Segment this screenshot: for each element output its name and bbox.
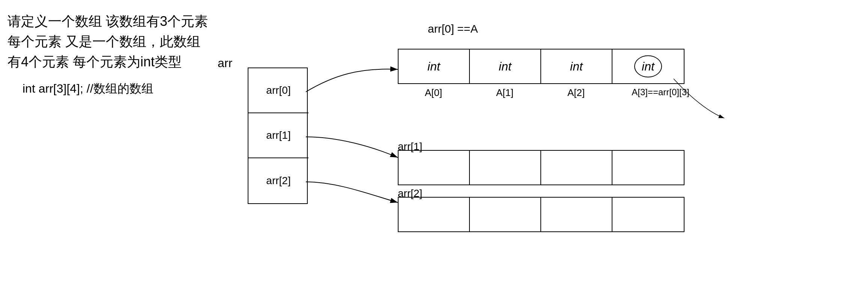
row0-label-0: A[0] <box>398 87 469 99</box>
row2-cell-1 <box>470 198 541 231</box>
row2-cell-0 <box>399 198 470 231</box>
row0-label-2: A[2] <box>540 87 612 99</box>
line2: 每个元素 又是一个数组，此数组 <box>8 32 208 52</box>
arr-label: arr <box>218 56 232 70</box>
row0-cell-0: int <box>399 50 470 83</box>
row0-container: int int int int A[0] A[1] A[2] A[3]==arr… <box>398 49 684 84</box>
main-array: arr[0] arr[1] arr[2] <box>248 68 308 204</box>
row0-array: int int int int <box>398 49 684 84</box>
text-section: 请定义一个数组 该数组有3个元素 每个元素 又是一个数组，此数组 有4个元素 每… <box>8 11 208 98</box>
row1-array <box>398 150 684 185</box>
arr0-eq-label: arr[0] ==A <box>428 22 478 35</box>
row2-cell-2 <box>541 198 612 231</box>
row0-cell-2: int <box>541 50 612 83</box>
row1-cell-0 <box>399 151 470 184</box>
line3: 有4个元素 每个元素为int类型 <box>8 52 208 72</box>
row0-label-3: A[3]==arr[0][3] <box>612 87 709 99</box>
main-cell-0: arr[0] <box>248 68 308 113</box>
main-cell-2: arr[2] <box>248 158 308 203</box>
diagram: arr arr[0] ==A arr[0] arr[1] arr[2] int … <box>218 11 856 274</box>
row1-cell-2 <box>541 151 612 184</box>
row0-cell-1: int <box>470 50 541 83</box>
row0-cell-3: int <box>612 50 684 83</box>
row2-container <box>398 197 684 232</box>
row2-cell-3 <box>612 198 684 231</box>
row1-container <box>398 150 684 185</box>
row1-cell-3 <box>612 151 684 184</box>
main-cell-1: arr[1] <box>248 113 308 158</box>
row0-label-1: A[1] <box>469 87 540 99</box>
line1: 请定义一个数组 该数组有3个元素 <box>8 11 208 32</box>
row0-labels: A[0] A[1] A[2] A[3]==arr[0][3] <box>398 87 709 99</box>
row1-cell-1 <box>470 151 541 184</box>
row2-array <box>398 197 684 232</box>
code-line: int arr[3][4]; //数组的数组 <box>23 80 208 98</box>
